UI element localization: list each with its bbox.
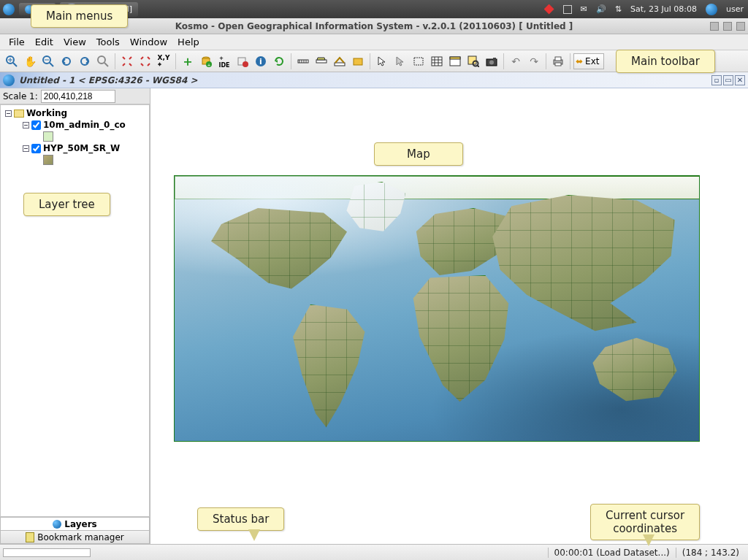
layer-tree[interactable]: Working 10m_admin_0_co HYP_50M_SR_W: [0, 104, 150, 517]
alert-icon[interactable]: [544, 4, 554, 15]
pan-icon[interactable]: ✋: [21, 53, 39, 70]
svg-line-5: [50, 63, 53, 66]
system-top-bar: K… [pgAdmin III] ✉ 🔊 ⇅ Sat, 23 Jul 08:08…: [0, 0, 748, 18]
svg-line-1: [13, 63, 17, 66]
zoom-out-icon[interactable]: [39, 53, 57, 70]
scale-input[interactable]: [41, 90, 115, 103]
taskbar-item-pgadmin[interactable]: [pgAdmin III]: [60, 2, 138, 17]
zoom-prev-icon[interactable]: [58, 53, 75, 70]
measure-area-icon[interactable]: [313, 53, 330, 70]
close-button[interactable]: [736, 22, 745, 31]
layer-symbol-row[interactable]: [42, 131, 149, 142]
menu-window[interactable]: Window: [126, 35, 172, 49]
zoom-in-icon[interactable]: [3, 53, 20, 70]
svg-rect-31: [414, 58, 423, 65]
tree-root-label: Working: [26, 108, 67, 118]
network-icon[interactable]: ⇅: [615, 4, 622, 14]
clock-text[interactable]: Sat, 23 Jul 08:08: [630, 4, 697, 14]
remove-layer-icon[interactable]: [234, 53, 251, 70]
minimize-button[interactable]: [710, 22, 719, 31]
svg-text:i: i: [259, 57, 262, 66]
os-menu-icon[interactable]: [3, 4, 15, 15]
add-layer-icon[interactable]: ＋: [179, 53, 196, 70]
doc-globe-icon: [3, 74, 15, 86]
zoom-selection-icon[interactable]: [137, 53, 154, 70]
refresh-icon[interactable]: [270, 53, 288, 70]
measure-angle-icon[interactable]: [331, 53, 348, 70]
progress-bar: [3, 548, 91, 557]
layer-node[interactable]: 10m_admin_0_co: [21, 119, 149, 131]
ext-label: Ext: [585, 56, 599, 66]
svg-point-8: [81, 58, 88, 65]
zoom-layer-icon[interactable]: [94, 53, 112, 70]
layer-swatch: [43, 131, 53, 142]
print-icon[interactable]: [549, 53, 567, 70]
tab-bookmarks[interactable]: Bookmark manager: [0, 531, 150, 544]
battery-icon[interactable]: [563, 5, 572, 14]
pgadmin-taskbar-icon: [66, 4, 77, 15]
mail-icon[interactable]: ✉: [581, 4, 587, 14]
svg-rect-46: [555, 57, 561, 61]
doc-detach-button[interactable]: ▫: [711, 75, 722, 85]
map-landmass: [343, 182, 408, 234]
layer-visibility-checkbox[interactable]: [31, 144, 41, 153]
map-canvas[interactable]: [150, 88, 748, 544]
collapse-icon[interactable]: [23, 145, 29, 152]
tree-root-node[interactable]: Working: [4, 107, 149, 119]
redo-icon[interactable]: ↷: [525, 53, 543, 70]
tab-label: Bookmark manager: [37, 532, 124, 542]
map-landmass: [284, 304, 372, 429]
add-ide-layer-icon[interactable]: ＋IDE: [215, 53, 233, 70]
goto-xy-icon[interactable]: X,Y⌖: [155, 53, 172, 70]
doc-close-button[interactable]: ✕: [735, 75, 745, 85]
extensions-button[interactable]: ⬌ Ext: [573, 53, 604, 69]
doc-max-button[interactable]: ▭: [723, 75, 733, 85]
maximize-button[interactable]: [723, 22, 732, 31]
svg-point-43: [489, 60, 494, 64]
layer-swatch: [43, 155, 53, 165]
toolbar-separator: [570, 53, 570, 69]
bbox-icon[interactable]: [349, 53, 367, 70]
taskbar-item-kosmo[interactable]: K…: [19, 3, 56, 15]
measure-dist-icon[interactable]: [294, 53, 312, 70]
tray-globe-icon[interactable]: [706, 4, 717, 15]
world-map[interactable]: [174, 175, 700, 442]
user-menu[interactable]: user: [726, 4, 744, 14]
menu-file[interactable]: File: [4, 35, 29, 49]
pointer-icon[interactable]: [373, 53, 391, 70]
tab-layers[interactable]: Layers: [0, 518, 150, 531]
layer-label: HYP_50M_SR_W: [43, 143, 120, 153]
menu-tools[interactable]: Tools: [92, 35, 124, 49]
svg-rect-28: [354, 58, 362, 65]
zoom-full-icon[interactable]: [118, 53, 136, 70]
undo-icon[interactable]: ↶: [507, 53, 524, 70]
info-icon[interactable]: i: [252, 53, 270, 70]
menu-edit[interactable]: Edit: [31, 35, 58, 49]
svg-rect-47: [555, 63, 561, 66]
zoom-next-icon[interactable]: [76, 53, 94, 70]
map-landmass: [175, 176, 700, 199]
attribute-table-icon[interactable]: [428, 53, 446, 70]
select-rect-icon[interactable]: [410, 53, 427, 70]
map-landmass: [407, 275, 513, 403]
menu-view[interactable]: View: [59, 35, 91, 49]
add-db-layer-icon[interactable]: +: [197, 53, 215, 70]
layer-visibility-checkbox[interactable]: [31, 120, 41, 130]
collapse-icon[interactable]: [5, 110, 12, 117]
layer-node[interactable]: HYP_50M_SR_W: [21, 142, 149, 154]
map-landmass: [591, 337, 679, 402]
volume-icon[interactable]: 🔊: [596, 4, 606, 14]
search-layer-icon[interactable]: [465, 53, 482, 70]
snapshot-icon[interactable]: [483, 53, 500, 70]
svg-point-7: [63, 58, 70, 65]
layer-label: 10m_admin_0_co: [43, 120, 126, 130]
svg-line-10: [104, 63, 108, 66]
collapse-icon[interactable]: [23, 122, 29, 129]
select-point-icon[interactable]: [392, 53, 409, 70]
document-header: Untitled - 1 < EPSG:4326 - WGS84 > ▫ ▭ ✕: [0, 72, 748, 88]
menu-help[interactable]: Help: [173, 35, 204, 49]
layer-symbol-row[interactable]: [42, 154, 149, 166]
sidebar-tabs: Layers Bookmark manager: [0, 517, 150, 544]
document-title: Untitled - 1 < EPSG:4326 - WGS84 >: [19, 75, 198, 85]
query-builder-icon[interactable]: [446, 53, 464, 70]
